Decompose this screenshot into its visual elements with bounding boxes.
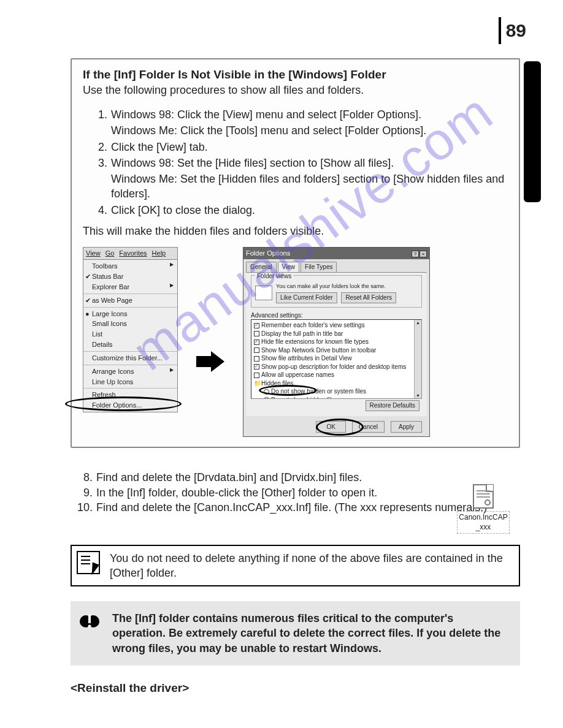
- step-text: Windows 98: Click the [View] menu and se…: [111, 107, 421, 122]
- dialog-titlebar: Folder Options ?×: [243, 248, 429, 259]
- radio-icon[interactable]: [264, 397, 269, 399]
- step-num: 10.: [71, 500, 93, 515]
- view-menu-screenshot: View Go Favorites Help Toolbars▶ ✔Status…: [83, 247, 178, 412]
- menu-item[interactable]: Refresh: [83, 390, 177, 400]
- apply-button[interactable]: Apply: [391, 421, 422, 433]
- step-num: 2.: [94, 140, 107, 154]
- step-cont: Windows Me: Set the [Hidden files and fo…: [94, 172, 508, 202]
- menu-item[interactable]: Line Up Icons: [83, 377, 177, 387]
- menubar-item[interactable]: Help: [152, 249, 166, 258]
- note-box: You do not need to delete anything if no…: [71, 545, 520, 587]
- menubar: View Go Favorites Help: [83, 248, 177, 260]
- advanced-settings-list[interactable]: ✓Remember each folder's view settings Di…: [251, 319, 422, 399]
- advanced-settings-label: Advanced settings:: [251, 311, 422, 320]
- checkbox-icon[interactable]: [254, 373, 259, 378]
- tab-file-types[interactable]: File Types: [301, 262, 337, 272]
- step-text: Find and delete the [Drvdata.bin] and [D…: [96, 470, 362, 485]
- checkbox-icon[interactable]: ✓: [254, 339, 259, 345]
- folder-icon: [255, 286, 272, 300]
- reset-all-folders-button[interactable]: Reset All Folders: [341, 292, 396, 303]
- checkbox-icon[interactable]: ✓: [254, 364, 259, 370]
- radio-icon[interactable]: [264, 389, 269, 395]
- checkbox-icon[interactable]: [254, 356, 259, 362]
- menubar-item[interactable]: Favorites: [119, 249, 147, 258]
- step-num: 4.: [94, 203, 107, 218]
- menubar-item[interactable]: Go: [105, 249, 115, 258]
- close-icon[interactable]: ×: [419, 251, 427, 257]
- step-text: Click the [View] tab.: [111, 140, 208, 154]
- menu-item[interactable]: Explorer Bar▶: [83, 282, 177, 292]
- menu-item[interactable]: ✔Status Bar: [83, 271, 177, 282]
- checkbox-icon[interactable]: [254, 331, 259, 336]
- menu-item[interactable]: ●Large Icons: [83, 309, 177, 319]
- restore-defaults-button[interactable]: Restore Defaults: [366, 400, 419, 411]
- arrow-icon: [196, 308, 224, 376]
- folder-views-fieldset: Folder views You can make all your folde…: [251, 275, 422, 308]
- note-icon: [77, 551, 101, 574]
- side-tab-marker: [524, 61, 541, 202]
- menu-item[interactable]: Customize this Folder...: [83, 353, 177, 363]
- dialog-tabs: General View File Types: [243, 259, 429, 272]
- dialog-title: Folder Options: [246, 249, 290, 258]
- fieldset-label: Folder views: [255, 273, 293, 279]
- menu-item-folder-options[interactable]: Folder Options...: [83, 400, 177, 411]
- inf-file-icon: [473, 484, 494, 509]
- info-panel: If the [Inf] Folder Is Not Visible in th…: [71, 58, 520, 448]
- continuation-steps: 8.Find and delete the [Drvdata.bin] and …: [71, 470, 520, 533]
- step-text: Windows 98: Set the [Hide files] section…: [111, 156, 394, 170]
- step-text: In the [Inf] folder, double-click the [O…: [96, 485, 377, 500]
- menu-item[interactable]: Arrange Icons▶: [83, 366, 177, 377]
- ok-button[interactable]: OK: [316, 421, 345, 433]
- titlebar-buttons: ?×: [411, 249, 427, 258]
- page-number: 89: [499, 17, 526, 44]
- tab-general[interactable]: General: [246, 262, 277, 272]
- reinstall-heading: <Reinstall the driver>: [71, 680, 520, 696]
- step-text: Click [OK] to close the dialog.: [111, 203, 255, 218]
- folder-options-dialog: Folder Options ?× General View File Type…: [243, 247, 430, 437]
- panel-summary: This will make the hidden files and fold…: [83, 224, 508, 238]
- cancel-button[interactable]: Cancel: [352, 421, 385, 433]
- folder-icon: 📁: [254, 379, 259, 388]
- panel-title: If the [Inf] Folder Is Not Visible in th…: [83, 67, 508, 83]
- checkbox-icon[interactable]: [254, 347, 259, 353]
- warning-box: The [Inf] folder contains numerous files…: [71, 601, 520, 665]
- menubar-item[interactable]: View: [86, 249, 101, 258]
- menu-item[interactable]: Toolbars▶: [83, 261, 177, 271]
- step-text: Find and delete the [Canon.IncCAP_xxx.In…: [96, 500, 487, 515]
- step-num: 8.: [71, 470, 93, 485]
- like-current-folder-button[interactable]: Like Current Folder: [276, 292, 337, 303]
- step-num: 3.: [94, 156, 107, 170]
- figure-area: View Go Favorites Help Toolbars▶ ✔Status…: [83, 247, 508, 437]
- warning-icon: [79, 611, 104, 632]
- folder-views-text: You can make all your folders look the s…: [276, 282, 418, 290]
- menu-item[interactable]: Small Icons: [83, 319, 177, 329]
- menu-item[interactable]: List: [83, 329, 177, 339]
- checkbox-icon[interactable]: ✓: [254, 323, 259, 328]
- panel-subtitle: Use the following procedures to show all…: [83, 83, 508, 97]
- scrollbar[interactable]: [414, 320, 421, 398]
- svg-marker-0: [196, 351, 224, 372]
- panel-steps: 1.Windows 98: Click the [View] menu and …: [83, 107, 508, 218]
- svg-point-4: [88, 625, 91, 628]
- menu-item[interactable]: ✔as Web Page: [83, 295, 177, 306]
- svg-rect-3: [88, 615, 91, 623]
- tab-view[interactable]: View: [278, 262, 300, 272]
- menu-item[interactable]: Details: [83, 339, 177, 350]
- help-icon[interactable]: ?: [412, 251, 419, 257]
- step-num: 1.: [94, 107, 107, 122]
- note-text: You do not need to delete anything if no…: [110, 551, 510, 581]
- step-num: 9.: [71, 485, 93, 500]
- step-cont: Windows Me: Click the [Tools] menu and s…: [94, 123, 508, 138]
- warning-text: The [Inf] folder contains numerous files…: [112, 611, 507, 656]
